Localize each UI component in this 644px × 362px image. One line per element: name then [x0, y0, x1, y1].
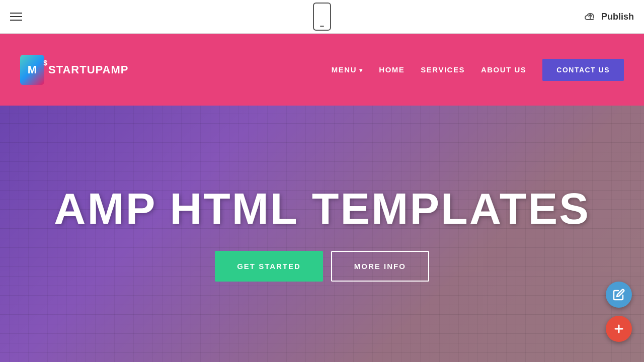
- plus-icon: [613, 323, 625, 335]
- navbar: M STARTUPAMP MENU HOME SERVICES ABOUT US…: [0, 34, 644, 106]
- hero-title: AMP HTML TEMPLATES: [54, 187, 590, 231]
- toolbar-left: [10, 13, 22, 21]
- nav-link-services[interactable]: SERVICES: [421, 65, 465, 74]
- add-fab-button[interactable]: [606, 316, 632, 342]
- mobile-preview-icon[interactable]: [313, 3, 331, 31]
- nav-links: MENU HOME SERVICES ABOUT US CONTACT US: [332, 59, 624, 81]
- pencil-icon: [613, 289, 625, 301]
- logo-icon: M: [20, 55, 44, 85]
- nav-logo[interactable]: M STARTUPAMP: [20, 55, 129, 85]
- logo-letter: M: [28, 63, 37, 76]
- publish-label: Publish: [601, 12, 634, 22]
- contact-us-button[interactable]: CONTACT US: [542, 59, 624, 81]
- nav-link-menu[interactable]: MENU: [332, 65, 363, 74]
- toolbar-center: [313, 3, 331, 31]
- toolbar-right: Publish: [563, 10, 634, 24]
- cloud-upload-icon: [583, 10, 597, 24]
- get-started-button[interactable]: GET STARTED: [215, 251, 323, 282]
- nav-link-about[interactable]: ABOUT US: [481, 65, 526, 74]
- website-preview: M STARTUPAMP MENU HOME SERVICES ABOUT US…: [0, 34, 644, 362]
- hero-section: AMP HTML TEMPLATES GET STARTED MORE INFO: [0, 106, 644, 362]
- toolbar: Publish: [0, 0, 644, 34]
- publish-button[interactable]: Publish: [583, 10, 634, 24]
- nav-link-home[interactable]: HOME: [379, 65, 405, 74]
- more-info-button[interactable]: MORE INFO: [331, 251, 429, 282]
- logo-text: STARTUPAMP: [48, 63, 129, 76]
- menu-hamburger-icon[interactable]: [10, 13, 22, 21]
- hero-content: AMP HTML TEMPLATES GET STARTED MORE INFO: [54, 187, 590, 282]
- edit-fab-button[interactable]: [606, 282, 632, 308]
- hero-buttons: GET STARTED MORE INFO: [215, 251, 429, 282]
